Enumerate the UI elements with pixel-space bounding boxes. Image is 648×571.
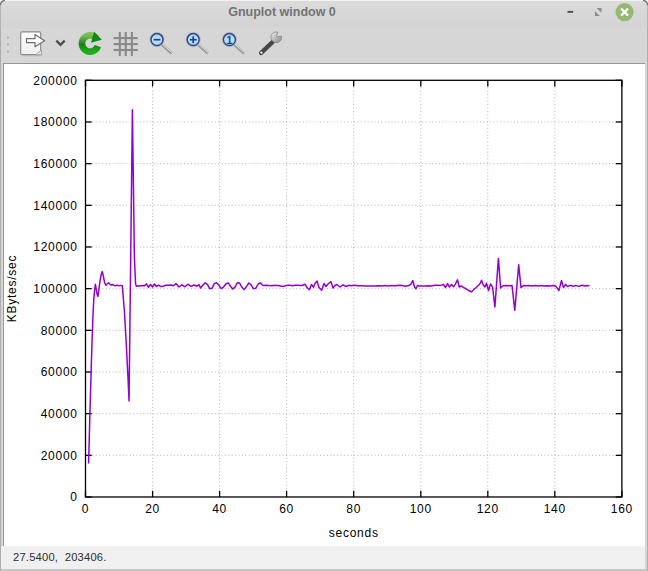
svg-text:140000: 140000 bbox=[33, 199, 78, 213]
svg-text:20: 20 bbox=[145, 502, 160, 516]
svg-text:180000: 180000 bbox=[33, 115, 78, 129]
svg-text:0: 0 bbox=[82, 502, 89, 516]
svg-text:120000: 120000 bbox=[33, 240, 78, 254]
svg-text:40000: 40000 bbox=[41, 407, 78, 421]
svg-text:160000: 160000 bbox=[33, 157, 78, 171]
svg-text:20000: 20000 bbox=[41, 449, 78, 463]
svg-text:80: 80 bbox=[346, 502, 361, 516]
svg-text:140: 140 bbox=[544, 502, 566, 516]
svg-text:200000: 200000 bbox=[33, 74, 78, 88]
svg-text:seconds: seconds bbox=[329, 526, 379, 540]
svg-text:160: 160 bbox=[611, 502, 633, 516]
svg-text:80000: 80000 bbox=[41, 324, 78, 338]
svg-text:60000: 60000 bbox=[41, 365, 78, 379]
svg-text:100: 100 bbox=[410, 502, 432, 516]
svg-text:60: 60 bbox=[279, 502, 294, 516]
svg-text:120: 120 bbox=[477, 502, 499, 516]
svg-text:0: 0 bbox=[70, 490, 77, 504]
svg-text:100000: 100000 bbox=[33, 282, 78, 296]
svg-text:40: 40 bbox=[212, 502, 227, 516]
svg-text:KBytes/sec: KBytes/sec bbox=[5, 255, 19, 323]
